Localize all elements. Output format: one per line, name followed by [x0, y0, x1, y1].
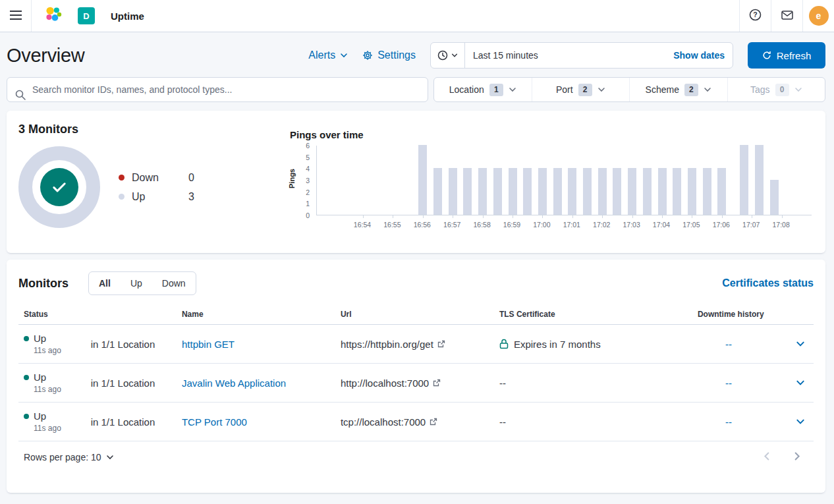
- status-text: Up: [34, 333, 46, 344]
- status-filter-all[interactable]: All: [89, 272, 121, 294]
- refresh-button[interactable]: Refresh: [748, 42, 825, 69]
- deployment-badge[interactable]: D: [78, 7, 95, 24]
- ping-bar: [673, 168, 681, 215]
- tls-expiry-text: --: [494, 403, 692, 441]
- menu-button[interactable]: [0, 0, 32, 32]
- ping-bar: [688, 168, 696, 215]
- legend-item-down: Down 0: [119, 172, 194, 184]
- search-box: [7, 77, 428, 102]
- monitor-row: Up 11s ago in 1/1 Location Javalin Web A…: [18, 364, 814, 403]
- last-check-time: 11s ago: [34, 424, 80, 433]
- expand-row-button[interactable]: [792, 378, 808, 387]
- help-icon: ?: [749, 9, 762, 23]
- status-legend: Down 0 Up 3: [119, 165, 194, 210]
- monitor-name-link[interactable]: Javalin Web Application: [182, 378, 286, 389]
- next-page-button[interactable]: [792, 451, 802, 463]
- status-filter-group: All Up Down: [88, 271, 196, 295]
- chart-title: Pings over time: [290, 129, 814, 140]
- filter-location-button[interactable]: Location 1: [434, 78, 532, 101]
- ping-bar: [717, 168, 726, 215]
- downtime-history: --: [692, 364, 787, 403]
- certificates-status-link[interactable]: Certificates status: [722, 277, 814, 289]
- ping-bar: [449, 168, 457, 215]
- tls-expiry-text: Expires in 7 months: [514, 339, 601, 350]
- external-link-icon[interactable]: [430, 418, 437, 426]
- chevron-down-icon: [509, 86, 516, 94]
- newsfeed-button[interactable]: [771, 0, 802, 32]
- page-title: Overview: [7, 45, 84, 67]
- status-filter-up[interactable]: Up: [121, 272, 152, 294]
- column-status: Status: [18, 304, 86, 325]
- alerts-menu-button[interactable]: Alerts: [308, 49, 348, 61]
- pagination: [762, 451, 808, 463]
- search-input[interactable]: [7, 84, 428, 95]
- help-button[interactable]: ?: [739, 0, 771, 32]
- snapshot-panel: 3 Monitors Down 0 Up 3: [7, 111, 825, 253]
- ping-bar: [523, 168, 532, 215]
- ping-bar: [493, 168, 502, 215]
- date-picker: Last 15 minutes Show dates: [430, 42, 733, 69]
- ping-bar: [703, 168, 711, 215]
- page-header: Overview Alerts Settings: [0, 32, 834, 77]
- settings-link[interactable]: Settings: [362, 49, 416, 61]
- all-up-badge: [40, 168, 78, 206]
- up-count: 3: [188, 191, 194, 203]
- chevron-down-icon: [598, 86, 605, 94]
- monitors-panel: Monitors All Up Down Certificates status…: [7, 260, 825, 493]
- chart-x-ticks: 16:5416:5516:5616:5716:5816:5917:0017:01…: [316, 221, 817, 230]
- ping-bar: [658, 168, 667, 215]
- location-text: in 1/1 Location: [86, 364, 177, 403]
- ping-bar: [770, 180, 779, 215]
- table-header-row: Status Name Url TLS Certificate Downtime…: [18, 304, 814, 325]
- previous-page-button[interactable]: [762, 451, 772, 463]
- clock-icon: [437, 50, 448, 61]
- scheme-count-badge: 2: [684, 84, 698, 96]
- ping-bar: [463, 168, 472, 215]
- app-title: Uptime: [111, 11, 144, 22]
- monitor-url: http://localhost:7000: [341, 378, 429, 389]
- external-link-icon[interactable]: [433, 379, 441, 387]
- legend-item-up: Up 3: [119, 191, 194, 203]
- ping-bar: [598, 168, 607, 215]
- status-filter-down[interactable]: Down: [152, 272, 196, 294]
- ping-bar: [583, 168, 592, 215]
- monitor-url: https://httpbin.org/get: [341, 339, 433, 350]
- downtime-history: --: [692, 325, 787, 364]
- rows-per-page-button[interactable]: Rows per page: 10: [24, 452, 114, 462]
- external-link-icon[interactable]: [437, 340, 445, 348]
- filter-port-button[interactable]: Port 2: [532, 78, 630, 101]
- status-up-dot-icon: [24, 375, 29, 380]
- ping-bar: [433, 168, 442, 215]
- down-dot-icon: [119, 175, 125, 181]
- check-icon: [50, 178, 69, 196]
- column-expand: [787, 304, 814, 325]
- status-up-dot-icon: [24, 414, 29, 419]
- quick-select-button[interactable]: [431, 43, 465, 68]
- elastic-logo[interactable]: [45, 6, 62, 26]
- mail-icon: [781, 11, 793, 22]
- column-tls: TLS Certificate: [494, 304, 692, 325]
- user-menu-button[interactable]: e: [802, 0, 834, 32]
- monitor-name-link[interactable]: TCP Port 7000: [182, 416, 247, 428]
- user-avatar: e: [809, 6, 829, 26]
- monitors-table: Status Name Url TLS Certificate Downtime…: [18, 304, 814, 441]
- monitor-name-link[interactable]: httpbin GET: [182, 339, 235, 350]
- expand-row-button[interactable]: [792, 339, 808, 349]
- filter-bar: Location 1 Port 2 Scheme 2 Tags 0: [0, 77, 834, 111]
- time-range-display[interactable]: Last 15 minutes: [465, 50, 673, 61]
- up-dot-icon: [119, 194, 125, 200]
- chevron-down-icon: [340, 51, 348, 59]
- top-navigation-bar: D Uptime ? e: [0, 0, 834, 32]
- ping-bar: [478, 168, 487, 215]
- status-text: Up: [34, 372, 46, 383]
- tags-count-badge: 0: [775, 84, 789, 96]
- show-dates-button[interactable]: Show dates: [673, 50, 733, 61]
- filter-scheme-button[interactable]: Scheme 2: [629, 78, 727, 101]
- filter-group: Location 1 Port 2 Scheme 2 Tags 0: [433, 77, 825, 102]
- monitor-row: Up 11s ago in 1/1 Location httpbin GET h…: [18, 325, 814, 364]
- snapshot-title: 3 Monitors: [18, 123, 290, 136]
- ping-bar: [628, 168, 636, 215]
- refresh-icon: [762, 51, 771, 60]
- expand-row-button[interactable]: [792, 417, 808, 426]
- port-count-badge: 2: [578, 84, 592, 96]
